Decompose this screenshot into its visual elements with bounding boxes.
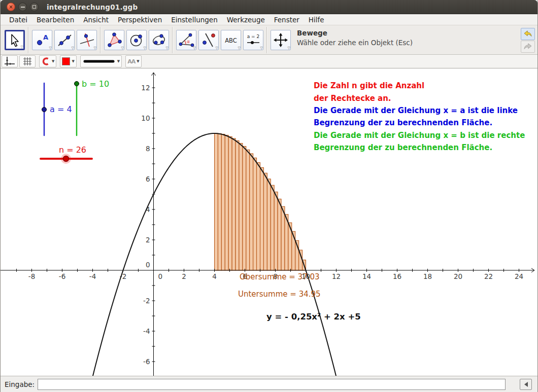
algebra-input[interactable] [38,379,506,390]
tool-dropdown-arrow-icon: ▽ [144,46,146,50]
tool-button-circle[interactable]: ▽ [126,30,147,50]
svg-text:24: 24 [515,272,523,280]
svg-text:16: 16 [393,272,401,280]
color-picker-button[interactable]: ▼ [60,55,76,67]
slider-a-label[interactable]: a = 4 [50,104,72,114]
line-style-icon [82,58,116,64]
text-size-label: AA [127,58,135,65]
tool-button-move-view[interactable]: ▽ [271,30,291,50]
slider-b-handle[interactable] [75,82,79,86]
annotation-blue-line1: Die Gerade mit der Gleichung x = a ist d… [314,106,518,115]
axes-toggle-button[interactable] [2,55,18,67]
slider-n[interactable] [41,154,92,164]
menu-item-werkzeuge[interactable]: Werkzeuge [222,15,270,25]
tool-button-polygon[interactable]: ▽ [104,30,124,50]
slider-a-handle[interactable] [42,108,47,112]
angle-icon: α [178,32,194,48]
svg-text:0: 0 [146,261,150,269]
lower-sum-text[interactable]: Untersumme = 34.95 [238,290,321,299]
text-size-button[interactable]: AA ▼ [125,55,141,67]
tool-button-text[interactable]: ABC▽ [221,30,241,50]
svg-text:0: 0 [158,272,163,280]
ellipse-icon [151,32,167,48]
minimize-button[interactable] [18,3,27,11]
tool-button-slider[interactable]: a = 2▽ [243,30,263,50]
reflect-icon [200,32,217,48]
geogebra-window: × integralrechung01.ggb DateiBearbeitenA… [0,0,538,392]
menu-item-fenster[interactable]: Fenster [270,15,304,25]
toolbar-separator [172,27,173,53]
upper-sum-text[interactable]: Obersumme = 37.03 [240,272,320,281]
svg-text:8: 8 [146,145,150,153]
menu-item-ansicht[interactable]: Ansicht [79,15,113,25]
graphics-view[interactable]: -8-6-4-2024681012141618202224121086420-2… [1,68,537,376]
tool-dropdown-arrow-icon: ▽ [193,46,196,50]
svg-text:A: A [43,33,48,41]
window-title: integralrechung01.ggb [47,3,138,11]
tool-button-move[interactable]: ▽ [5,30,25,50]
close-button[interactable]: × [7,3,15,11]
tool-button-reflect[interactable]: ▽ [198,30,219,50]
slider-b[interactable] [75,82,79,136]
point-capturing-button[interactable]: ▼ [39,55,56,67]
line-icon [56,32,73,48]
svg-text:4: 4 [212,272,217,280]
menu-bar: DateiBearbeitenAnsichtPerspektivenEinste… [1,14,537,25]
dropdown-arrow-icon: ▼ [72,59,74,63]
svg-text:10: 10 [141,114,150,122]
svg-text:14: 14 [362,272,371,280]
svg-text:α: α [187,39,190,44]
function-equation-text[interactable]: y = - 0,25x² + 2x +5 [266,312,361,322]
redo-icon [523,42,533,51]
polygon-icon [106,32,122,48]
grid-toggle-button[interactable] [19,55,36,67]
menu-item-bearbeiten[interactable]: Bearbeiten [32,15,79,25]
slider-b-label[interactable]: b = 10 [82,79,109,89]
annotation-red-line1: Die Zahl n gibt die Anzahl [314,81,424,90]
active-tool-hint: Wähle oder ziehe ein Objekt (Esc) [297,39,413,47]
tool-dropdown-arrow-icon: ▽ [238,46,241,50]
svg-text:2: 2 [182,272,186,280]
tool-button-perpendicular[interactable]: ▽ [77,30,97,50]
tool-dropdown-arrow-icon: ▽ [72,46,74,50]
svg-text:12: 12 [141,84,150,92]
tool-button-ellipse[interactable]: ▽ [149,30,169,50]
menu-item-hilfe[interactable]: Hilfe [304,15,329,25]
tool-groups: ▽A▽▽▽▽▽▽α▽▽ABC▽a = 2▽▽ [5,25,293,54]
riemann-rectangles[interactable] [215,133,306,270]
tool-dropdown-arrow-icon: ▽ [94,46,96,50]
grid-icon [22,56,32,66]
style-bar: ▼ ▼ ▼ AA ▼ [1,55,537,68]
input-bar: Eingabe: [1,376,537,392]
undo-button[interactable] [521,28,535,40]
input-label: Eingabe: [5,380,35,388]
svg-text:18: 18 [423,272,432,280]
input-help-toggle-button[interactable] [520,379,532,390]
tool-button-point[interactable]: A▽ [32,30,52,50]
axes-icon [4,56,15,67]
toolbar-separator [100,27,101,53]
slider-icon: a = 2 [245,32,261,48]
tool-dropdown-arrow-icon: ▽ [49,46,52,50]
dropdown-arrow-icon: ▼ [137,59,139,63]
menu-item-einstellungen[interactable]: Einstellungen [166,15,222,25]
redo-button[interactable] [521,41,535,53]
point-icon: A [34,32,50,48]
slider-n-label[interactable]: n = 26 [57,145,88,155]
menu-item-datei[interactable]: Datei [5,15,32,25]
svg-text:6: 6 [146,175,150,183]
tool-button-line[interactable]: ▽ [54,30,75,50]
maximize-button[interactable] [30,3,39,11]
menu-item-perspektiven[interactable]: Perspektiven [113,15,166,25]
active-tool-info: Bewege Wähle oder ziehe ein Objekt (Esc) [297,29,413,47]
tool-dropdown-arrow-icon: ▽ [216,46,218,50]
slider-n-handle[interactable] [63,156,69,162]
annotation-green-line1: Die Gerade mit der Gleichung x = b ist d… [314,131,525,140]
svg-text:-4: -4 [89,272,96,280]
tool-dropdown-arrow-icon: ▽ [260,46,263,50]
tool-dropdown-arrow-icon: ▽ [21,45,23,49]
tool-dropdown-arrow-icon: ▽ [166,46,169,50]
line-style-button[interactable]: ▼ [80,55,122,67]
slider-a[interactable] [42,83,47,135]
tool-button-angle[interactable]: α▽ [176,30,196,50]
